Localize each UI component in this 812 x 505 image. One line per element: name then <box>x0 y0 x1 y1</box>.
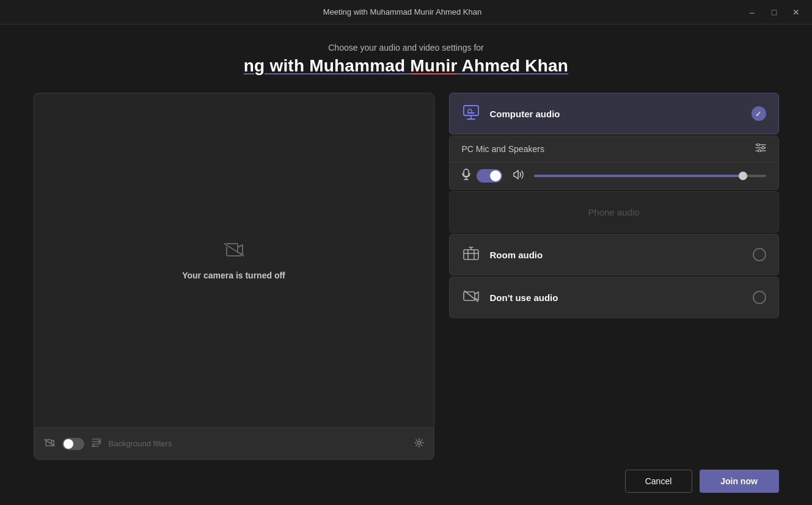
video-area: Your camera is turned off <box>34 93 434 427</box>
join-now-button[interactable]: Join now <box>700 470 779 493</box>
settings-gear-icon[interactable] <box>414 438 424 450</box>
speaker-icon <box>513 170 524 182</box>
camera-off-icon <box>223 241 245 263</box>
panels: Your camera is turned off <box>34 93 779 460</box>
svg-rect-4 <box>467 112 475 114</box>
room-audio-icon <box>462 247 480 263</box>
room-audio-option[interactable]: Room audio <box>449 234 779 275</box>
bg-filters-icon <box>92 438 101 449</box>
mic-speaker-header: PC Mic and Speakers <box>450 136 778 162</box>
bottom-actions: Cancel Join now <box>34 470 779 493</box>
video-panel: Your camera is turned off <box>34 93 434 460</box>
no-audio-radio <box>753 291 766 304</box>
camera-toggle-switch[interactable] <box>62 438 84 450</box>
no-audio-icon <box>462 289 480 306</box>
settings-subtitle: Choose your audio and video settings for <box>328 43 484 53</box>
mic-speaker-controls <box>450 162 778 189</box>
cancel-button[interactable]: Cancel <box>625 470 692 493</box>
volume-slider[interactable] <box>534 175 766 177</box>
svg-point-2 <box>417 441 420 444</box>
svg-point-0 <box>98 440 101 443</box>
svg-point-10 <box>758 150 761 152</box>
phone-audio-label: Phone audio <box>462 207 766 217</box>
title-bar-title: Meeting with Muhammad Munir Ahmed Khan <box>59 7 746 16</box>
volume-fill <box>534 175 743 177</box>
main-content: Choose your audio and video settings for… <box>0 24 812 505</box>
camera-off-text: Your camera is turned off <box>182 271 285 280</box>
svg-rect-13 <box>464 292 475 300</box>
svg-point-1 <box>92 445 95 448</box>
camera-toggle-icon <box>44 438 55 449</box>
meeting-title-munir: Munir <box>410 56 457 75</box>
no-audio-option[interactable]: Don't use audio <box>449 277 779 318</box>
meeting-title-text: ng with Muhammad <box>244 56 411 75</box>
audio-settings-icon[interactable] <box>755 144 766 154</box>
video-controls: Background filters <box>34 427 434 459</box>
mic-speaker-section: PC Mic and Speakers <box>449 136 779 190</box>
computer-audio-label: Computer audio <box>490 109 742 119</box>
room-audio-label: Room audio <box>490 250 743 260</box>
computer-audio-icon <box>462 105 480 123</box>
meeting-title: ng with Muhammad Munir Ahmed Khan <box>244 56 568 76</box>
minimize-button[interactable]: – <box>746 6 758 18</box>
svg-point-9 <box>762 147 764 149</box>
bg-filters-text: Background filters <box>109 439 407 448</box>
title-bar: Meeting with Muhammad Munir Ahmed Khan –… <box>0 0 812 24</box>
mic-speaker-label: PC Mic and Speakers <box>462 144 544 154</box>
phone-audio-option[interactable]: Phone audio <box>449 191 779 233</box>
svg-point-8 <box>757 144 759 146</box>
mic-toggle-switch[interactable] <box>477 169 502 183</box>
title-bar-controls: – □ ✕ <box>746 6 802 18</box>
meeting-title-rest: Ahmed Khan <box>458 56 569 75</box>
svg-rect-12 <box>464 250 478 260</box>
volume-thumb <box>739 172 747 180</box>
computer-audio-check: ✓ <box>752 106 766 121</box>
close-button[interactable]: ✕ <box>790 6 802 18</box>
computer-audio-option[interactable]: Computer audio ✓ <box>449 93 779 134</box>
maximize-button[interactable]: □ <box>768 6 780 18</box>
no-audio-label: Don't use audio <box>490 292 743 303</box>
svg-rect-3 <box>464 106 478 115</box>
microphone-icon <box>462 169 470 183</box>
audio-panel: Computer audio ✓ PC Mic and Speakers <box>449 93 779 460</box>
room-audio-radio <box>753 248 766 261</box>
svg-rect-11 <box>464 169 469 176</box>
